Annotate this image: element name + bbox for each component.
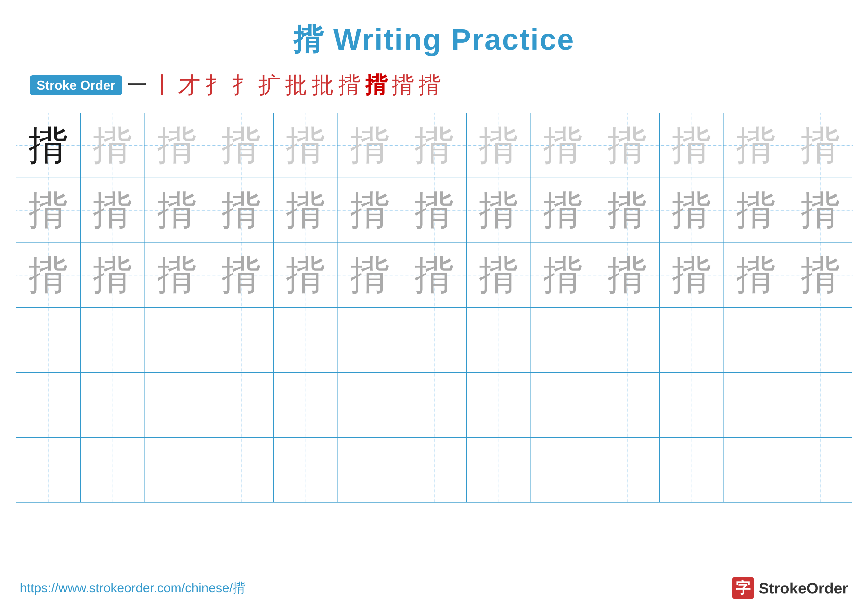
grid-cell[interactable] bbox=[660, 308, 724, 372]
grid-cell[interactable]: 揹 bbox=[209, 243, 274, 307]
grid-cell[interactable]: 揹 bbox=[531, 178, 595, 242]
grid-cell[interactable]: 揹 bbox=[531, 243, 595, 307]
grid-cell[interactable] bbox=[338, 308, 402, 372]
grid-cell[interactable] bbox=[660, 438, 724, 502]
grid-cell[interactable]: 揹 bbox=[274, 178, 338, 242]
grid-cell[interactable] bbox=[145, 373, 209, 437]
page-container: 揹 Writing Practice Stroke Order 一 丨 才 扌 … bbox=[0, 0, 868, 614]
grid-cell[interactable] bbox=[402, 373, 467, 437]
grid-cell[interactable]: 揹 bbox=[81, 113, 145, 177]
grid-cell[interactable]: 揹 bbox=[467, 178, 531, 242]
grid-cell[interactable]: 揹 bbox=[595, 178, 660, 242]
char-display: 揹 bbox=[286, 255, 326, 295]
char-display: 揹 bbox=[672, 190, 711, 230]
grid-cell[interactable]: 揹 bbox=[531, 113, 595, 177]
grid-cell[interactable] bbox=[467, 438, 531, 502]
grid-cell[interactable]: 揹 bbox=[788, 178, 852, 242]
char-display: 揹 bbox=[736, 126, 776, 165]
char-display: 揹 bbox=[543, 255, 583, 295]
char-display: 揹 bbox=[93, 126, 132, 165]
stroke-9: 揹 bbox=[338, 70, 361, 100]
grid-cell[interactable] bbox=[338, 438, 402, 502]
grid-cell[interactable] bbox=[788, 373, 852, 437]
grid-cell[interactable]: 揹 bbox=[660, 178, 724, 242]
grid-cell[interactable]: 揹 bbox=[81, 243, 145, 307]
grid-cell[interactable] bbox=[467, 373, 531, 437]
grid-cell[interactable] bbox=[788, 308, 852, 372]
grid-cell[interactable] bbox=[209, 438, 274, 502]
grid-cell[interactable]: 揹 bbox=[724, 178, 788, 242]
char-display: 揹 bbox=[28, 255, 68, 295]
grid-cell[interactable]: 揹 bbox=[788, 113, 852, 177]
grid-cell[interactable] bbox=[724, 373, 788, 437]
grid-cell[interactable] bbox=[467, 308, 531, 372]
grid-cell[interactable] bbox=[81, 308, 145, 372]
grid-cell[interactable]: 揹 bbox=[16, 243, 81, 307]
grid-cell[interactable]: 揹 bbox=[724, 113, 788, 177]
char-display: 揹 bbox=[157, 126, 197, 165]
grid-cell[interactable] bbox=[145, 308, 209, 372]
grid-cell[interactable] bbox=[402, 308, 467, 372]
grid-cell[interactable]: 揹 bbox=[467, 113, 531, 177]
grid-cell[interactable]: 揹 bbox=[338, 113, 402, 177]
grid-cell[interactable] bbox=[531, 438, 595, 502]
grid-cell[interactable]: 揹 bbox=[145, 178, 209, 242]
grid-cell[interactable]: 揹 bbox=[274, 113, 338, 177]
grid-row-6 bbox=[16, 438, 852, 502]
grid-cell[interactable]: 揹 bbox=[402, 113, 467, 177]
grid-cell[interactable] bbox=[16, 373, 81, 437]
grid-cell[interactable] bbox=[531, 373, 595, 437]
grid-cell[interactable] bbox=[338, 373, 402, 437]
grid-cell[interactable] bbox=[145, 438, 209, 502]
grid-cell[interactable] bbox=[595, 438, 660, 502]
char-display: 揹 bbox=[222, 126, 261, 165]
grid-cell[interactable] bbox=[595, 308, 660, 372]
grid-cell[interactable]: 揹 bbox=[209, 178, 274, 242]
stroke-3: 才 bbox=[178, 70, 200, 100]
grid-cell[interactable]: 揹 bbox=[16, 178, 81, 242]
grid-cell[interactable]: 揹 bbox=[788, 243, 852, 307]
grid-cell[interactable]: 揹 bbox=[660, 243, 724, 307]
grid-cell[interactable]: 揹 bbox=[16, 113, 81, 177]
grid-cell[interactable]: 揹 bbox=[595, 243, 660, 307]
grid-cell[interactable]: 揹 bbox=[660, 113, 724, 177]
char-display: 揹 bbox=[608, 126, 647, 165]
grid-cell[interactable] bbox=[660, 373, 724, 437]
grid-row-3: 揹 揹 揹 揹 揹 揹 揹 揹 揹 bbox=[16, 243, 852, 308]
grid-cell[interactable] bbox=[724, 308, 788, 372]
grid-cell[interactable]: 揹 bbox=[209, 113, 274, 177]
grid-cell[interactable]: 揹 bbox=[402, 178, 467, 242]
grid-cell[interactable]: 揹 bbox=[145, 243, 209, 307]
char-display: 揹 bbox=[479, 255, 518, 295]
grid-cell[interactable]: 揹 bbox=[402, 243, 467, 307]
char-display: 揹 bbox=[608, 190, 647, 230]
grid-cell[interactable] bbox=[274, 438, 338, 502]
grid-row-5 bbox=[16, 373, 852, 438]
grid-cell[interactable] bbox=[402, 438, 467, 502]
grid-cell[interactable] bbox=[209, 308, 274, 372]
grid-cell[interactable]: 揹 bbox=[595, 113, 660, 177]
grid-cell[interactable] bbox=[274, 373, 338, 437]
grid-cell[interactable]: 揹 bbox=[338, 243, 402, 307]
char-display: 揹 bbox=[350, 126, 390, 165]
grid-cell[interactable] bbox=[788, 438, 852, 502]
grid-cell[interactable]: 揹 bbox=[274, 243, 338, 307]
grid-cell[interactable]: 揹 bbox=[724, 243, 788, 307]
grid-cell[interactable] bbox=[724, 438, 788, 502]
grid-cell[interactable] bbox=[16, 438, 81, 502]
grid-cell[interactable] bbox=[81, 438, 145, 502]
grid-cell[interactable] bbox=[16, 308, 81, 372]
grid-cell[interactable] bbox=[531, 308, 595, 372]
grid-cell[interactable] bbox=[595, 373, 660, 437]
stroke-order-chars: 一 丨 才 扌 扌 扩 批 批 揹 揹 揹 揹 bbox=[127, 70, 441, 100]
grid-cell[interactable] bbox=[274, 308, 338, 372]
stroke-7: 批 bbox=[285, 70, 307, 100]
grid-cell[interactable] bbox=[209, 373, 274, 437]
grid-cell[interactable]: 揹 bbox=[467, 243, 531, 307]
grid-cell[interactable]: 揹 bbox=[81, 178, 145, 242]
grid-cell[interactable] bbox=[81, 373, 145, 437]
footer-logo-text: StrokeOrder bbox=[759, 579, 848, 597]
char-display: 揹 bbox=[736, 255, 776, 295]
grid-cell[interactable]: 揹 bbox=[145, 113, 209, 177]
grid-cell[interactable]: 揹 bbox=[338, 178, 402, 242]
